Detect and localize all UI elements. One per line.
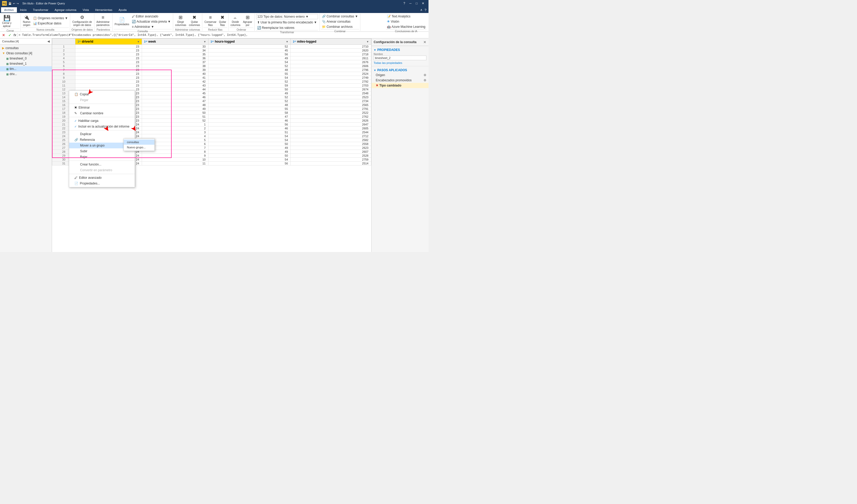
qat-save[interactable]: 💾 [8,2,12,5]
btn-actualizar[interactable]: 🔄Actualizar vista previa▼ [131,19,172,24]
btn-editor-avanzado[interactable]: 🖊Editor avanzado [131,14,172,19]
tab-agregar-columna[interactable]: Agregar columna [51,7,80,13]
tab-ayuda[interactable]: Ayuda [115,7,130,13]
btn-nuevo-origen[interactable]: 🔌 Nuevoorigen [22,14,32,28]
maximize-btn[interactable]: □ [414,1,420,6]
submenu-nuevo-grupo[interactable]: Nuevo grupo... [124,145,154,150]
btn-quitar-cols[interactable]: ✖ Quitarcolumnas [188,14,201,28]
table-row[interactable]: 32335562718 [52,52,371,56]
table-row[interactable]: 92341542749 [52,76,371,80]
close-btn[interactable]: ✕ [420,1,426,6]
table-row[interactable]: 62338522606 [52,64,371,68]
col-header-hours[interactable]: 1²³ hours-logged ▼ [208,39,291,45]
query-item-driverid[interactable]: ▦ driv... [0,71,52,77]
btn-primera-fila[interactable]: ⬆Usar la primera fila como encabezado▼ [256,20,318,25]
formula-confirm-btn[interactable]: ✓ [7,33,13,38]
table-row[interactable]: 72339482796 [52,68,371,72]
query-item-timesheet0[interactable]: ▦ timesheet_0 [0,56,52,61]
qat-redo[interactable]: ↪ [17,2,19,5]
ai-vision-btn[interactable]: 👁 Visión [386,19,426,24]
ctx-convertir-parametro[interactable]: Convertir en parámetro [69,167,135,173]
btn-propiedades[interactable]: 📄 Propiedades [114,16,130,27]
btn-administrar[interactable]: ≡Administrar▼ [131,24,172,29]
tab-transformar[interactable]: Transformar [30,7,51,13]
step-origen[interactable]: Origen ⚙ [372,72,428,78]
step-encabezados[interactable]: Encabezados promovidos ⚙ [372,78,428,83]
col-filter-icon-miles[interactable]: ▼ [366,40,369,43]
query-item-timesheet2[interactable]: ▦ tim... [0,66,52,71]
ctx-editor-avanzado[interactable]: 🖊 Editor avanzado [69,175,135,180]
btn-combinar-archivos[interactable]: 📁Combinar archivos [321,24,359,29]
qat-undo[interactable]: ↩ [13,2,15,5]
ctx-eliminar[interactable]: ✖ Eliminar [69,105,135,110]
ctx-bajar[interactable]: Bajar [69,154,135,160]
ctx-copiar[interactable]: 📋 Copiar [69,91,135,97]
tab-vista[interactable]: Vista [80,7,92,13]
query-group-header-otras[interactable]: ▼ Otras consultas [4] [0,51,52,56]
step-tipo-x-icon[interactable]: ✕ [376,84,378,87]
btn-quitar-filas[interactable]: ✖ Quitarfilas [218,14,227,28]
right-panel-close-icon[interactable]: ✕ [423,40,426,44]
btn-elegir-cols[interactable]: ⊞ Elegircolumnas [174,14,187,28]
minimize-btn[interactable]: ─ [407,1,414,6]
ctx-incluir-actualizacion[interactable]: ✓ Incluir en la actualización del inform… [69,124,135,129]
right-panel-header: Configuración de la consulta ✕ [372,38,428,46]
col-header-miles[interactable]: 1²³ miles-logged ▼ [291,39,371,45]
formula-cancel-btn[interactable]: ✕ [1,33,6,38]
btn-dividir-col[interactable]: ⫠ Dividircolumna [230,14,241,28]
btn-admin-params[interactable]: ≡ Administrarparámetros [96,14,111,28]
col-filter-icon-driverid[interactable]: ▼ [137,40,140,43]
prop-name-input[interactable] [374,56,426,60]
col-header-driverid[interactable]: 1²³ driverId ▼ [75,39,142,45]
step-encabezados-gear-icon[interactable]: ⚙ [423,79,426,82]
steps-section-title[interactable]: ▼ PASOS APLICADOS [372,67,428,72]
ctx-pegar[interactable]: Pegar [69,97,135,103]
step-origen-gear-icon[interactable]: ⚙ [423,73,426,77]
ctx-habilitar-carga[interactable]: ✓ Habilitar carga [69,118,135,124]
help-ribbon-btn[interactable]: ? [425,8,426,12]
ctx-cambiar-nombre[interactable]: ✎ Cambiar nombre [69,110,135,116]
all-properties-link[interactable]: Todas las propiedades [372,61,428,65]
ribbon-collapse-btn[interactable]: ∧ [420,8,422,12]
ai-text-analytics-btn[interactable]: 📝 Text Analytics [386,14,426,19]
ctx-duplicar[interactable]: Duplicar [69,131,135,137]
table-row[interactable]: 52337542676 [52,60,371,64]
btn-reemplazar-valores[interactable]: 🔄Reemplazar los valores [256,25,318,30]
btn-origenes-recientes[interactable]: 📋Orígenes recientes▼ [32,16,69,20]
help-btn[interactable]: ? [401,1,407,6]
btn-agrupar-por[interactable]: ⊞ Agruparpor [242,14,253,28]
btn-tipo-datos[interactable]: 123Tipo de datos: Número entero▼ [256,14,318,19]
folder-icon-otras: ▼ [2,51,5,55]
btn-especificar-datos[interactable]: 📊Especificar datos [32,21,69,26]
table-row[interactable]: 82340552524 [52,72,371,76]
ctx-propiedades[interactable]: 📄 Propiedades... [69,180,135,186]
col-header-week[interactable]: 1²³ week ▼ [142,39,208,45]
btn-cerrar-aplicar[interactable]: 💾 Cerrar yaplicar [1,14,13,29]
btn-anexar-consultas[interactable]: 📎Anexar consultas [321,19,359,24]
ai-azure-ml-btn[interactable]: 🤖 Azure Machine Learning [386,24,426,29]
query-group-header-consultas[interactable]: ▶ consultas [0,46,52,51]
col-filter-icon-week[interactable]: ▼ [204,40,206,43]
table-row[interactable]: 112343592703 [52,84,371,88]
tab-archivo[interactable]: Archivo [1,7,17,13]
tab-herramientas[interactable]: Herramientas [92,7,115,13]
btn-config-origen[interactable]: ⚙ Configuración deorigen de datos [71,14,93,28]
col-label-week: week [148,40,156,44]
sidebar-collapse-icon[interactable]: ◀ [47,39,50,43]
tab-inicio[interactable]: Inicio [17,7,30,13]
btn-conservar-filas[interactable]: ≡ Conservarfilas [203,14,217,28]
formula-input[interactable]: = Table.TransformColumnTypes(#"Encabezad… [19,33,427,37]
table-row[interactable]: 12333522710 [52,45,371,49]
submenu-consultas[interactable]: consultas [124,140,154,145]
ribbon-group-label-consulta: Consulta [114,29,172,33]
ctx-crear-funcion[interactable]: Crear función... [69,161,135,167]
table-row[interactable]: 22334452620 [52,49,371,52]
btn-combinar-consultas[interactable]: 🔗Combinar consultas▼ [321,14,359,19]
properties-section-title[interactable]: ▼ PROPIEDADES [372,47,428,52]
table-row[interactable]: 102342522792 [52,80,371,84]
col-filter-icon-hours[interactable]: ▼ [286,40,288,43]
step-tipo-cambiado[interactable]: ✕ Tipo cambiado [372,83,428,88]
data-cell: 40 [142,72,208,76]
query-item-timesheet1[interactable]: ▦ timesheet_1 [0,61,52,66]
table-row[interactable]: 42336492611 [52,56,371,60]
